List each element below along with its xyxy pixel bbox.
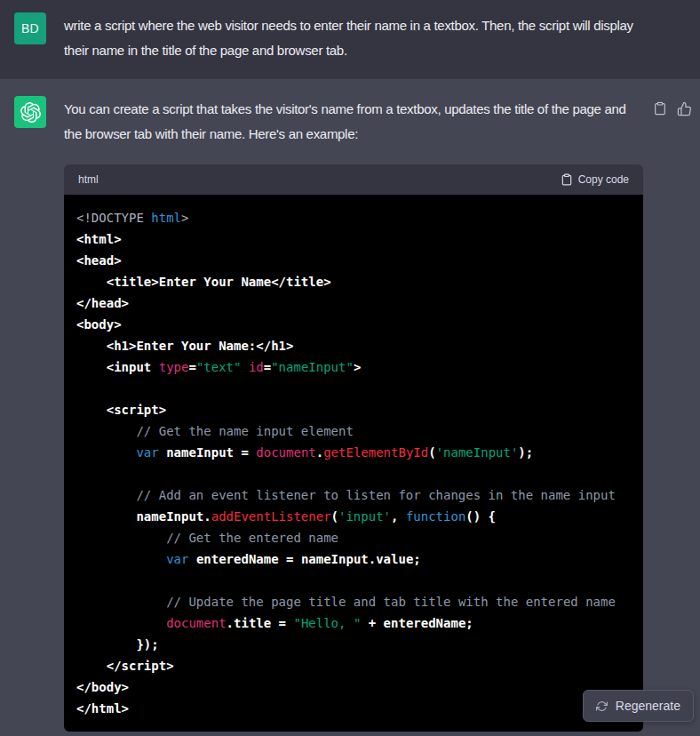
code-line: </script> — [76, 655, 638, 676]
code-line: <script> — [76, 399, 638, 420]
user-message-text: write a script where the web visitor nee… — [64, 12, 640, 63]
refresh-icon — [596, 700, 608, 712]
code-line: // Update the page title and tab title w… — [76, 591, 638, 612]
thumbs-up-button[interactable] — [677, 100, 692, 116]
code-line — [76, 378, 638, 399]
code-block: html Copy code <!DOCTYPE html><html><hea… — [64, 164, 643, 732]
code-line: var enteredName = nameInput.value; — [76, 548, 638, 570]
copy-code-label: Copy code — [578, 173, 629, 186]
chat-page: BD write a script where the web visitor … — [0, 0, 700, 736]
clipboard-icon — [561, 173, 573, 186]
copy-code-button[interactable]: Copy code — [561, 173, 629, 186]
code-line: // Add an event listener to listen for c… — [76, 484, 638, 506]
copy-response-button[interactable] — [653, 100, 667, 116]
code-line: <title>Enter Your Name</title> — [76, 271, 638, 292]
user-avatar: BD — [14, 12, 46, 44]
code-line: <h1>Enter Your Name:</h1> — [76, 335, 638, 356]
code-language-label: html — [78, 173, 99, 186]
thumbs-up-icon — [677, 101, 692, 116]
user-message-body: write a script where the web visitor nee… — [64, 12, 686, 63]
code-line: document.title = "Hello, " + enteredName… — [76, 612, 638, 634]
code-line: </body> — [76, 676, 638, 698]
code-line: nameInput.addEventListener('input', func… — [76, 506, 638, 527]
code-line: </html> — [76, 698, 638, 719]
assistant-message-body: You can create a script that takes the v… — [64, 96, 686, 732]
code-line: // Get the name input element — [76, 420, 638, 442]
regenerate-label: Regenerate — [616, 699, 680, 713]
code-line: <body> — [76, 314, 638, 335]
user-avatar-initials: BD — [21, 21, 39, 36]
clipboard-icon — [653, 100, 667, 116]
user-message-row: BD write a script where the web visitor … — [0, 0, 700, 78]
code-line: </head> — [76, 292, 638, 314]
code-line: <!DOCTYPE html> — [76, 207, 638, 228]
code-line — [76, 570, 638, 591]
assistant-message-actions — [653, 100, 692, 116]
openai-logo-icon — [20, 102, 41, 123]
code-line: <head> — [76, 250, 638, 271]
code-line: }); — [76, 634, 638, 655]
code-line: var nameInput = document.getElementById(… — [76, 442, 638, 463]
code-content: <!DOCTYPE html><html><head> <title>Enter… — [64, 195, 643, 732]
code-line — [76, 463, 638, 484]
code-block-header: html Copy code — [64, 164, 643, 195]
assistant-message-row: You can create a script that takes the v… — [0, 78, 700, 736]
regenerate-button[interactable]: Regenerate — [583, 690, 694, 722]
code-line: <html> — [76, 228, 638, 250]
code-line: // Get the entered name — [76, 527, 638, 548]
code-line: <input type="text" id="nameInput"> — [76, 356, 638, 378]
assistant-avatar — [14, 96, 46, 128]
assistant-intro-text: You can create a script that takes the v… — [64, 96, 640, 147]
